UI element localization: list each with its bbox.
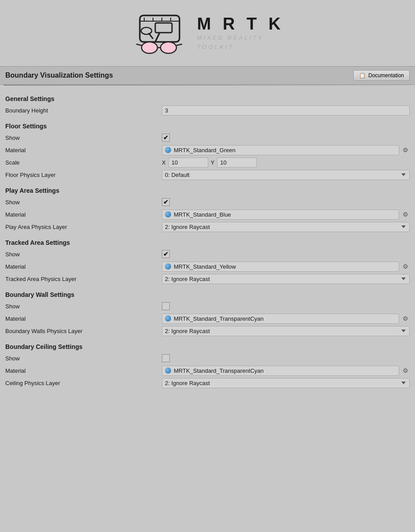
boundary-ceiling-material-field[interactable]: MRTK_Standard_TransparentCyan <box>162 366 399 376</box>
boundary-height-row: Boundary Height <box>5 105 410 116</box>
floor-material-gear[interactable]: ⚙ <box>401 146 410 154</box>
floor-settings-title: Floor Settings <box>5 123 410 130</box>
play-area-show-row: Show ✔ <box>5 197 410 207</box>
boundary-wall-show-checkbox[interactable] <box>162 302 170 310</box>
svg-point-8 <box>141 27 152 34</box>
tracked-area-material-field[interactable]: MRTK_Standard_Yellow <box>162 262 399 272</box>
play-area-material-row: Material MRTK_Standard_Blue ⚙ <box>5 209 410 220</box>
boundary-ceiling-settings-group: Boundary Ceiling Settings Show Material … <box>5 343 410 388</box>
boundary-wall-material-field[interactable]: MRTK_Standard_TransparentCyan <box>162 314 399 324</box>
boundary-ceiling-physics-layer-label: Ceiling Physics Layer <box>5 380 162 386</box>
boundary-ceiling-material-row: Material MRTK_Standard_TransparentCyan ⚙ <box>5 365 410 376</box>
play-area-material-row-inner: MRTK_Standard_Blue ⚙ <box>162 210 410 220</box>
brand-subtitle-line1: MIXED REALITY <box>197 34 284 43</box>
tracked-area-material-label: Material <box>5 263 162 270</box>
general-settings-title: General Settings <box>5 95 410 102</box>
tracked-area-show-label: Show <box>5 251 162 258</box>
tracked-area-material-value: MRTK_Standard_Yellow ⚙ <box>162 262 410 272</box>
floor-scale-inputs: X Y <box>162 157 410 168</box>
brand-subtitle-line2: TOOLKIT <box>197 43 284 52</box>
boundary-ceiling-physics-layer-select[interactable]: 0: Default 1: TransparentFX 2: Ignore Ra… <box>162 378 410 388</box>
floor-scale-x-input[interactable] <box>168 157 208 168</box>
boundary-ceiling-material-gear[interactable]: ⚙ <box>401 366 410 375</box>
doc-button-label: Documentation <box>368 72 404 79</box>
svg-rect-0 <box>140 15 179 42</box>
boundary-ceiling-material-label: Material <box>5 367 162 374</box>
play-area-show-label: Show <box>5 199 162 206</box>
floor-material-value: MRTK_Standard_Green ⚙ <box>162 145 410 155</box>
floor-settings-group: Floor Settings Show ✔ Material MRTK_Stan… <box>5 123 410 180</box>
boundary-ceiling-show-label: Show <box>5 355 162 362</box>
floor-checkmark: ✔ <box>163 135 168 141</box>
boundary-ceiling-material-value: MRTK_Standard_TransparentCyan ⚙ <box>162 366 410 376</box>
svg-line-13 <box>136 44 142 45</box>
brand-text: M R T K MIXED REALITY TOOLKIT <box>197 15 284 52</box>
tracked-area-physics-layer-label: Tracked Area Physics Layer <box>5 276 162 282</box>
floor-scale-label: Scale <box>5 159 162 166</box>
boundary-ceiling-settings-title: Boundary Ceiling Settings <box>5 343 410 350</box>
tracked-area-material-text: MRTK_Standard_Yellow <box>174 263 236 270</box>
boundary-wall-material-value: MRTK_Standard_TransparentCyan ⚙ <box>162 314 410 324</box>
boundary-ceiling-physics-layer-row: Ceiling Physics Layer 0: Default 1: Tran… <box>5 378 410 388</box>
header: M R T K MIXED REALITY TOOLKIT <box>0 0 415 66</box>
play-area-physics-layer-select[interactable]: 0: Default 1: TransparentFX 2: Ignore Ra… <box>162 222 410 232</box>
tracked-area-physics-layer-select[interactable]: 0: Default 1: TransparentFX 2: Ignore Ra… <box>162 274 410 284</box>
play-area-physics-layer-row: Play Area Physics Layer 0: Default 1: Tr… <box>5 221 410 232</box>
boundary-wall-material-label: Material <box>5 315 162 322</box>
boundary-wall-material-text: MRTK_Standard_TransparentCyan <box>174 315 264 322</box>
tracked-area-material-dot <box>165 263 171 270</box>
play-area-settings-group: Play Area Settings Show ✔ Material MRTK_… <box>5 187 410 232</box>
tracked-area-material-gear[interactable]: ⚙ <box>401 262 410 271</box>
boundary-wall-show-row: Show <box>5 301 410 311</box>
tracked-area-settings-group: Tracked Area Settings Show ✔ Material MR… <box>5 239 410 284</box>
content-area: General Settings Boundary Height Floor S… <box>0 86 415 401</box>
play-area-checkmark: ✔ <box>163 199 168 205</box>
tracked-area-show-checkbox[interactable]: ✔ <box>162 250 170 258</box>
boundary-wall-physics-layer-value: 0: Default 1: TransparentFX 2: Ignore Ra… <box>162 326 410 336</box>
tracked-area-show-value: ✔ <box>162 250 410 258</box>
play-area-material-field[interactable]: MRTK_Standard_Blue <box>162 210 399 220</box>
floor-scale-row: Scale X Y <box>5 157 410 168</box>
floor-material-row: Material MRTK_Standard_Green ⚙ <box>5 145 410 155</box>
documentation-button[interactable]: 📋 Documentation <box>353 70 410 81</box>
floor-material-field[interactable]: MRTK_Standard_Green <box>162 145 399 155</box>
boundary-wall-material-row: Material MRTK_Standard_TransparentCyan ⚙ <box>5 313 410 324</box>
floor-scale-y-input[interactable] <box>217 157 257 168</box>
tracked-area-checkmark: ✔ <box>163 251 168 257</box>
boundary-height-input[interactable] <box>162 105 410 116</box>
floor-show-checkbox[interactable]: ✔ <box>162 134 170 142</box>
boundary-ceiling-show-checkbox[interactable] <box>162 354 170 362</box>
svg-line-7 <box>155 33 160 42</box>
play-area-material-value: MRTK_Standard_Blue ⚙ <box>162 210 410 220</box>
tracked-area-physics-layer-row: Tracked Area Physics Layer 0: Default 1:… <box>5 273 410 284</box>
tracked-area-material-row-inner: MRTK_Standard_Yellow ⚙ <box>162 262 410 272</box>
play-area-show-value: ✔ <box>162 198 410 206</box>
boundary-height-value <box>162 105 410 116</box>
floor-physics-layer-select[interactable]: 0: Default 1: TransparentFX 2: Ignore Ra… <box>162 170 410 180</box>
floor-show-row: Show ✔ <box>5 132 410 143</box>
play-area-material-gear[interactable]: ⚙ <box>401 210 410 219</box>
play-area-physics-layer-label: Play Area Physics Layer <box>5 224 162 230</box>
boundary-wall-material-gear[interactable]: ⚙ <box>401 314 410 323</box>
boundary-height-label: Boundary Height <box>5 107 162 114</box>
boundary-ceiling-material-dot <box>165 367 171 374</box>
boundary-ceiling-material-text: MRTK_Standard_TransparentCyan <box>174 367 264 374</box>
play-area-physics-layer-value: 0: Default 1: TransparentFX 2: Ignore Ra… <box>162 222 410 232</box>
boundary-wall-show-label: Show <box>5 303 162 310</box>
general-settings-group: General Settings Boundary Height <box>5 95 410 116</box>
boundary-wall-material-row-inner: MRTK_Standard_TransparentCyan ⚙ <box>162 314 410 324</box>
boundary-wall-physics-layer-row: Boundary Walls Physics Layer 0: Default … <box>5 326 410 336</box>
play-area-show-checkbox[interactable]: ✔ <box>162 198 170 206</box>
floor-physics-layer-row: Floor Physics Layer 0: Default 1: Transp… <box>5 169 410 180</box>
doc-icon: 📋 <box>359 72 366 79</box>
play-area-material-text: MRTK_Standard_Blue <box>174 211 231 218</box>
boundary-ceiling-physics-layer-value: 0: Default 1: TransparentFX 2: Ignore Ra… <box>162 378 410 388</box>
tracked-area-show-row: Show ✔ <box>5 249 410 259</box>
svg-point-11 <box>161 42 176 53</box>
boundary-wall-physics-layer-select[interactable]: 0: Default 1: TransparentFX 2: Ignore Ra… <box>162 326 410 336</box>
page-title: Boundary Visualization Settings <box>5 71 113 79</box>
floor-physics-layer-value: 0: Default 1: TransparentFX 2: Ignore Ra… <box>162 170 410 180</box>
logo <box>131 9 188 57</box>
play-area-settings-title: Play Area Settings <box>5 187 410 194</box>
boundary-ceiling-show-row: Show <box>5 353 410 363</box>
